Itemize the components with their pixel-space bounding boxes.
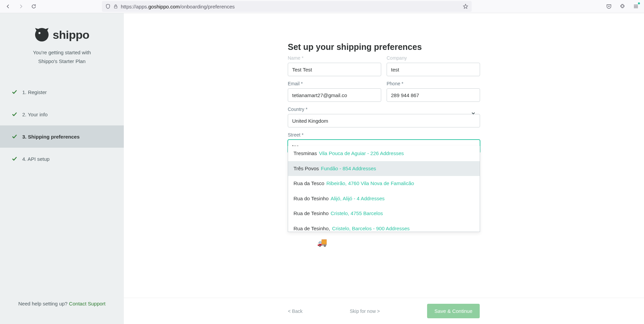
step-label: 1. Register: [22, 89, 47, 95]
url-text: https://apps.goshippo.com/onboarding/pre…: [121, 4, 460, 9]
autocomplete-item[interactable]: Rua de Tesinho,Cristelo, Barcelos - 900 …: [288, 221, 480, 232]
step-label: 4. API setup: [22, 156, 50, 162]
save-continue-button[interactable]: Save & Continue: [427, 304, 480, 318]
check-icon: [11, 156, 18, 162]
step-your-info[interactable]: 2. Your info: [0, 103, 124, 125]
reload-button[interactable]: [28, 1, 39, 12]
svg-rect-0: [114, 6, 117, 8]
name-label: Name *: [288, 55, 381, 61]
onboarding-sidebar: shippo You're getting started with Shipp…: [0, 13, 124, 324]
check-icon: [11, 89, 18, 95]
help-text: Need help setting up? Contact Support: [0, 301, 124, 306]
country-label: Country *: [288, 107, 480, 112]
company-input[interactable]: [387, 63, 480, 76]
check-icon: [11, 134, 18, 140]
back-link[interactable]: < Back: [288, 308, 303, 314]
address-autocomplete-dropdown[interactable]: TresminasVila Pouca de Aguiar - 226 Addr…: [288, 146, 480, 232]
form-footer: < Back Skip for now > Save & Continue: [124, 298, 644, 324]
autocomplete-item[interactable]: Rua de TesinhoCristelo, 4755 Barcelos: [288, 206, 480, 221]
email-label: Email *: [288, 81, 381, 86]
main-content: Set up your shipping preferences Name * …: [124, 13, 644, 324]
url-bar[interactable]: https://apps.goshippo.com/onboarding/pre…: [102, 1, 472, 12]
step-label: 3. Shipping preferences: [22, 134, 80, 140]
plan-subtitle: You're getting started with Shippo's Sta…: [0, 48, 124, 65]
lock-icon: [113, 4, 118, 9]
step-label: 2. Your info: [22, 112, 48, 117]
bookmark-star-icon[interactable]: [463, 4, 468, 9]
phone-input[interactable]: [387, 88, 480, 102]
step-shipping-preferences[interactable]: 3. Shipping preferences: [0, 125, 124, 148]
street-label: Street *: [288, 132, 480, 138]
autocomplete-item[interactable]: Rua do TesinhoAlijó, Alijó - 4 Addresses: [288, 191, 480, 206]
menu-icon[interactable]: [631, 1, 641, 12]
shippo-logo-icon: [34, 27, 49, 42]
contact-support-link[interactable]: Contact Support: [69, 301, 105, 306]
autocomplete-item[interactable]: Rua da TescoRibeirão, 4760 Vila Nova de …: [288, 176, 480, 191]
notification-dot-icon: [638, 2, 640, 4]
phone-label: Phone *: [387, 81, 480, 86]
autocomplete-item[interactable]: Três PovosFundão - 854 Addresses: [288, 161, 480, 176]
forward-button[interactable]: [16, 1, 26, 12]
extensions-icon[interactable]: [617, 1, 628, 12]
pocket-icon[interactable]: [604, 1, 614, 12]
shippo-logo: shippo: [0, 27, 124, 42]
skip-link[interactable]: Skip for now >: [350, 308, 380, 314]
name-input[interactable]: [288, 63, 381, 76]
step-api-setup[interactable]: 4. API setup: [0, 148, 124, 170]
logo-text: shippo: [53, 28, 89, 41]
check-icon: [11, 111, 18, 117]
back-button[interactable]: [3, 1, 13, 12]
country-select[interactable]: [288, 114, 480, 127]
shield-icon: [105, 4, 111, 9]
step-register[interactable]: 1. Register: [0, 81, 124, 103]
svg-point-2: [38, 32, 40, 34]
browser-toolbar: https://apps.goshippo.com/onboarding/pre…: [0, 0, 644, 13]
page-title: Set up your shipping preferences: [288, 42, 480, 52]
truck-icon: 🚚: [317, 238, 327, 247]
autocomplete-item[interactable]: TresminasVila Pouca de Aguiar - 226 Addr…: [288, 146, 480, 161]
company-label: Company: [387, 55, 480, 61]
email-input[interactable]: [288, 88, 381, 102]
